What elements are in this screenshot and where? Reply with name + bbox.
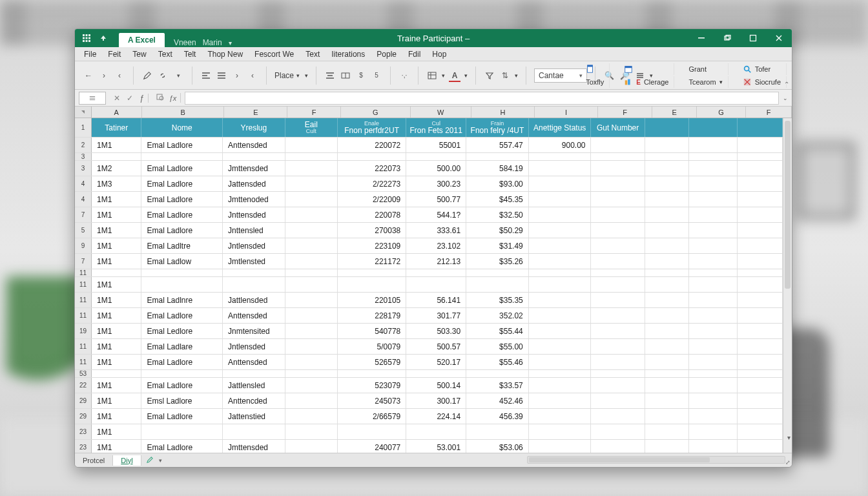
cell[interactable] [738, 409, 783, 424]
cell[interactable] [738, 339, 783, 354]
merge-icon[interactable] [340, 70, 351, 81]
cell[interactable] [466, 277, 529, 292]
cell[interactable] [529, 153, 592, 160]
cell[interactable]: $55.00 [466, 339, 529, 354]
cell[interactable]: 1M3 [92, 176, 141, 191]
cell[interactable] [285, 223, 338, 238]
cell[interactable] [591, 424, 645, 439]
cell[interactable] [738, 176, 783, 191]
cell[interactable]: Emal Ladlore [141, 440, 222, 453]
cell[interactable]: 301.77 [406, 308, 466, 323]
cell[interactable]: 503.30 [406, 324, 466, 338]
cell[interactable]: $50.29 [466, 223, 529, 238]
row-number[interactable]: 22 [75, 378, 92, 393]
cell[interactable] [466, 424, 529, 439]
cell[interactable]: 1M1 [92, 409, 141, 424]
cell[interactable] [141, 370, 222, 377]
cell[interactable] [738, 293, 783, 307]
restore-button[interactable] [714, 29, 740, 47]
cell[interactable]: 500.00 [406, 161, 466, 176]
table-row[interactable]: 291M1Emsl LadloreAnttencded245073300.174… [75, 393, 783, 409]
cell[interactable] [645, 393, 689, 408]
cell[interactable]: 1M1 [92, 393, 141, 408]
cell[interactable] [529, 355, 592, 369]
cell[interactable] [738, 153, 783, 160]
table-row[interactable]: 191M1Emal LedloreJnmtensited540778503.30… [75, 324, 783, 339]
table-row[interactable]: 11 [75, 269, 783, 277]
cell[interactable] [338, 153, 406, 160]
cell[interactable] [645, 355, 689, 369]
cell[interactable]: 1M1 [92, 207, 141, 222]
cell[interactable] [738, 138, 783, 152]
cell[interactable] [689, 355, 738, 369]
cell[interactable] [591, 293, 645, 307]
cell[interactable]: 584.19 [466, 161, 529, 176]
insert-shape-icon[interactable] [156, 93, 164, 103]
col-W[interactable]: W [411, 107, 471, 118]
cell[interactable] [689, 393, 738, 408]
cell[interactable]: Emal Ladlore [141, 138, 222, 152]
cell[interactable] [529, 223, 592, 238]
cell[interactable]: $32.50 [466, 207, 529, 222]
table-row[interactable]: 111M1Emal LadloreAnttensded526579520.17$… [75, 355, 783, 370]
row-number[interactable]: 11 [75, 277, 92, 292]
cell[interactable] [285, 138, 338, 152]
cell[interactable] [406, 370, 466, 377]
cell[interactable] [285, 176, 338, 191]
table-row[interactable]: 91M1Emal LadltreJntlensded22310923.102$3… [75, 238, 783, 254]
cell[interactable] [689, 409, 738, 424]
cell[interactable]: Anttencded [223, 393, 285, 408]
cell[interactable]: 221172 [338, 254, 406, 269]
cell[interactable]: 2/66579 [338, 409, 406, 424]
currency-icon[interactable]: $ [355, 70, 367, 81]
cell[interactable] [689, 161, 738, 176]
cell[interactable] [645, 238, 689, 253]
cell[interactable] [529, 207, 592, 222]
cell[interactable] [591, 269, 645, 276]
sheet-tab-2[interactable]: Diyl [113, 455, 141, 466]
cell[interactable] [645, 293, 689, 307]
cell[interactable]: 500.57 [406, 339, 466, 354]
menu-pople[interactable]: Pople [371, 48, 402, 60]
cell[interactable]: CulFron Fets 2011 [406, 118, 466, 137]
row-number[interactable]: 11 [75, 355, 92, 369]
cell[interactable] [529, 176, 592, 191]
cell[interactable] [689, 238, 738, 253]
cell[interactable] [738, 277, 783, 292]
cell[interactable] [645, 153, 689, 160]
cell[interactable] [285, 161, 338, 176]
table-row[interactable]: 41M3Emal LadloreJattensded2/22273300.23$… [75, 176, 783, 192]
expand-formula-icon[interactable]: ⌄ [783, 95, 792, 101]
cell[interactable] [738, 192, 783, 207]
cell[interactable] [738, 161, 783, 176]
cell[interactable]: 1M1 [92, 339, 141, 354]
cell[interactable] [645, 118, 689, 137]
cell[interactable] [738, 424, 783, 439]
row-number[interactable]: 23 [75, 440, 92, 453]
cell[interactable]: 228179 [338, 308, 406, 323]
cell[interactable] [645, 192, 689, 207]
cell[interactable]: FrainFnon felry /4UT [466, 118, 529, 137]
cell[interactable]: $35.26 [466, 254, 529, 269]
cell[interactable] [285, 308, 338, 323]
cell[interactable] [338, 370, 406, 377]
cell[interactable] [141, 153, 222, 160]
cell[interactable]: 1M1 [92, 308, 141, 323]
cell[interactable]: 456.39 [466, 409, 529, 424]
cell[interactable] [529, 378, 592, 393]
cell[interactable]: 5/0079 [338, 339, 406, 354]
row-number[interactable]: 29 [75, 393, 92, 408]
row-number[interactable]: 11 [75, 269, 92, 276]
cell[interactable]: 222073 [338, 161, 406, 176]
row-number[interactable]: 5 [75, 223, 92, 238]
formula-input[interactable] [185, 92, 779, 105]
col-F2[interactable]: F [598, 107, 652, 118]
indent-right-icon[interactable]: › [231, 70, 243, 81]
cell[interactable]: $45.35 [466, 192, 529, 207]
cell[interactable] [223, 269, 285, 276]
cell[interactable]: Emal Ladlore [141, 192, 222, 207]
cell[interactable] [591, 370, 645, 377]
app-grid-icon[interactable] [81, 33, 92, 43]
close-button[interactable] [766, 29, 792, 47]
row-number[interactable]: 53 [75, 370, 92, 377]
